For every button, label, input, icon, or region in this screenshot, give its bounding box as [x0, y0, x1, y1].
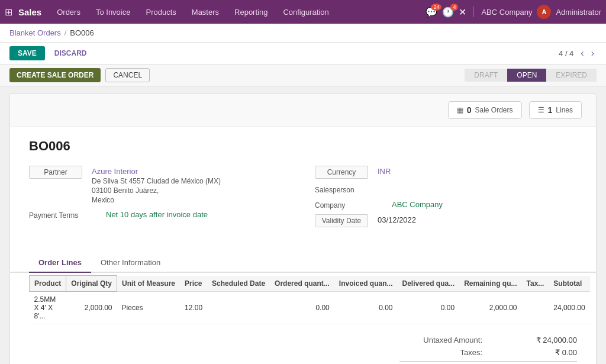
- partner-row: Partner Azure Interior De Silva St 4557 …: [29, 166, 291, 204]
- step-open: OPEN: [507, 69, 546, 82]
- col-delivered-qty: Delivered qua...: [397, 276, 459, 292]
- nav-divider: [473, 7, 474, 17]
- col-invoiced-qty: Invoiced quan...: [334, 276, 398, 292]
- partner-address-2: 03100 Benito Juárez,: [92, 185, 221, 195]
- chat-icon[interactable]: 💬 24: [426, 7, 437, 18]
- menu-configuration[interactable]: Configuration: [276, 5, 336, 19]
- company-value[interactable]: ABC Company: [392, 199, 443, 209]
- totals-divider: [399, 361, 577, 362]
- salesperson-label: Salesperson: [315, 183, 392, 194]
- cell-tax: [522, 292, 549, 324]
- discard-button[interactable]: DISCARD: [50, 46, 92, 60]
- cancel-button[interactable]: CANCEL: [105, 68, 150, 82]
- cell-delivered-qty: 0.00: [397, 292, 459, 324]
- save-button[interactable]: SAVE: [9, 46, 45, 60]
- doc-title: BO006: [29, 138, 577, 154]
- cell-invoiced-qty: 0.00: [334, 292, 398, 324]
- salesperson-row: Salesperson: [315, 183, 577, 194]
- col-tax: Tax...: [522, 276, 549, 292]
- top-navbar: ⊞ Sales Orders To Invoice Products Maste…: [0, 0, 606, 24]
- untaxed-amount-value: ₹ 24,000.00: [512, 336, 577, 344]
- step-draft: DRAFT: [465, 69, 507, 82]
- company-name: ABC Company: [481, 8, 532, 17]
- smart-buttons-area: ▦ 0 Sale Orders ☰ 1 Lines: [10, 94, 596, 127]
- user-name: Administrator: [556, 8, 601, 17]
- validity-date-label: Validity Date: [315, 214, 368, 227]
- currency-value[interactable]: INR: [378, 166, 391, 176]
- company-label: Company: [315, 199, 392, 210]
- partner-value[interactable]: Azure Interior: [92, 166, 221, 176]
- breadcrumb-separator: /: [65, 28, 67, 37]
- breadcrumb: Blanket Orders / BO006: [0, 24, 606, 43]
- pagination-area: 4 / 4 ‹ ›: [559, 47, 597, 60]
- partner-address-3: Mexico: [92, 195, 221, 204]
- payment-terms-row: Payment Terms Net 10 days after invoice …: [29, 209, 291, 220]
- sale-orders-label: Sale Orders: [475, 106, 512, 114]
- clock-badge: 4: [450, 4, 458, 11]
- menu-orders[interactable]: Orders: [50, 5, 88, 19]
- step-expired: EXPIRED: [546, 69, 597, 82]
- payment-terms-value[interactable]: Net 10 days after invoice date: [106, 209, 208, 219]
- cell-price: 12.00: [180, 292, 207, 324]
- form-right: Currency INR Salesperson Company ABC Com…: [315, 166, 577, 232]
- create-sale-order-button[interactable]: CREATE SALE ORDER: [9, 68, 101, 82]
- form-grid: Partner Azure Interior De Silva St 4557 …: [29, 166, 577, 232]
- topnav-right: 💬 24 🕐 4 ✕ ABC Company A Administrator: [426, 5, 601, 19]
- col-price: Price: [180, 276, 207, 292]
- taxes-value: ₹ 0.00: [512, 348, 577, 357]
- menu-reporting[interactable]: Reporting: [227, 5, 275, 19]
- tab-order-lines[interactable]: Order Lines: [29, 253, 91, 273]
- untaxed-amount-row: Untaxed Amount: ₹ 24,000.00: [399, 334, 577, 346]
- next-arrow[interactable]: ›: [589, 47, 597, 60]
- table-icon: ▦: [457, 106, 463, 114]
- cell-original-qty: 2,000.00: [66, 292, 117, 324]
- col-scheduled-date: Scheduled Date: [207, 276, 270, 292]
- totals-section: Untaxed Amount: ₹ 24,000.00 Taxes: ₹ 0.0…: [399, 334, 577, 364]
- partner-address-1: De Silva St 4557 Ciudad de México (MX): [92, 176, 221, 185]
- footer-section: Terms and Conditions Untaxed Amount: ₹ 2…: [10, 334, 596, 364]
- col-subtotal: Subtotal: [549, 276, 589, 292]
- status-bar: CREATE SALE ORDER CANCEL DRAFT OPEN EXPI…: [0, 65, 606, 86]
- col-ordered-qty: Ordered quant...: [270, 276, 334, 292]
- taxes-row: Taxes: ₹ 0.00: [399, 346, 577, 359]
- form-left: Partner Azure Interior De Silva St 4557 …: [29, 166, 291, 232]
- partner-value-group: Azure Interior De Silva St 4557 Ciudad d…: [92, 166, 221, 204]
- top-menu: Orders To Invoice Products Masters Repor…: [50, 5, 423, 19]
- pagination-label: 4 / 4: [559, 49, 573, 58]
- chat-badge: 24: [431, 4, 441, 11]
- taxes-label: Taxes:: [399, 348, 482, 357]
- tabs-bar: Order Lines Other Information: [10, 253, 596, 273]
- nav-arrows: ‹ ›: [578, 47, 597, 60]
- sale-orders-smart-button[interactable]: ▦ 0 Sale Orders: [448, 101, 522, 119]
- form-body: BO006 Partner Azure Interior De Silva St…: [10, 127, 596, 246]
- app-grid-icon[interactable]: ⊞: [5, 7, 12, 18]
- col-original-qty: Original Qty: [66, 276, 117, 292]
- avatar[interactable]: A: [537, 5, 551, 19]
- col-unit-of-measure: Unit of Measure: [117, 276, 180, 292]
- cell-remaining-qty: 2,000.00: [459, 292, 521, 324]
- lines-count: 1: [548, 105, 553, 115]
- breadcrumb-parent[interactable]: Blanket Orders: [9, 28, 61, 37]
- validity-date-row: Validity Date 03/12/2022: [315, 214, 577, 227]
- menu-to-invoice[interactable]: To Invoice: [89, 5, 138, 19]
- table-row[interactable]: 2.5MM X 4' X 8'... 2,000.00 Pieces 12.00…: [30, 292, 590, 324]
- cell-product: 2.5MM X 4' X 8'...: [30, 292, 66, 324]
- menu-products[interactable]: Products: [138, 5, 183, 19]
- main-content-card: ▦ 0 Sale Orders ☰ 1 Lines BO006 Partner …: [9, 94, 597, 364]
- app-name-label: Sales: [18, 7, 41, 17]
- menu-masters[interactable]: Masters: [185, 5, 226, 19]
- col-remaining-qty: Remaining qu...: [459, 276, 521, 292]
- currency-label: Currency: [315, 166, 368, 179]
- prev-arrow[interactable]: ‹: [578, 47, 586, 60]
- cell-ordered-qty: 0.00: [270, 292, 334, 324]
- close-icon[interactable]: ✕: [459, 7, 466, 18]
- cell-scheduled-date: [207, 292, 270, 324]
- partner-label: Partner: [29, 166, 82, 179]
- lines-smart-button[interactable]: ☰ 1 Lines: [529, 101, 582, 119]
- currency-row: Currency INR: [315, 166, 577, 179]
- tab-other-information[interactable]: Other Information: [91, 253, 170, 273]
- order-lines-table: Product Original Qty Unit of Measure Pri…: [29, 275, 590, 324]
- list-icon: ☰: [538, 106, 544, 114]
- clock-icon[interactable]: 🕐 4: [442, 7, 454, 18]
- payment-terms-label: Payment Terms: [29, 209, 106, 220]
